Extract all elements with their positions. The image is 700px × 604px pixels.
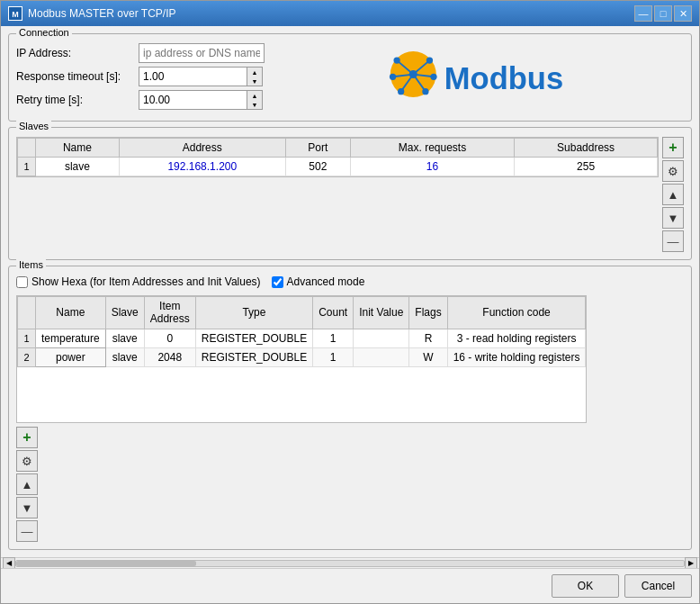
modbus-logo: Modbus [389,43,569,106]
item-address: 2048 [144,347,195,366]
cancel-button[interactable]: Cancel [624,574,692,598]
advanced-mode-checkbox[interactable] [272,276,283,288]
response-spinner: ▲ ▼ [139,67,263,86]
slaves-table-wrapper: Name Address Port Max. requests Subaddre… [16,137,659,177]
slaves-col-port: Port [285,139,350,158]
advanced-mode-row: Advanced mode [272,275,365,288]
items-header-row: Name Slave ItemAddress Type Count Init V… [18,297,586,329]
items-add-button[interactable]: + [16,427,38,448]
close-button[interactable]: ✕ [674,5,692,22]
retry-up-btn[interactable]: ▲ [247,91,262,100]
item-type: REGISTER_DOUBLE [195,329,312,347]
slave-port: 502 [285,158,350,176]
maximize-button[interactable]: □ [654,5,672,22]
items-group: Items Show Hexa (for Item Addresses and … [8,266,692,550]
response-down-btn[interactable]: ▼ [247,77,262,86]
item-name: power [36,347,106,366]
svg-point-15 [390,74,396,80]
slave-name: slave [36,158,120,176]
item-function-code: 16 - write holding registers [447,347,586,366]
table-row[interactable]: 1 temperature slave 0 REGISTER_DOUBLE 1 … [18,329,586,347]
slaves-label: Slaves [16,121,51,131]
item-function-code: 3 - read holding registers [447,329,586,347]
items-label: Items [16,259,46,270]
item-init-value [354,347,409,366]
item-flags: W [409,347,447,366]
horizontal-scrollbar[interactable]: ◀ ▶ [1,557,699,568]
row-num: 1 [18,329,36,347]
connection-label: Connection [16,27,72,38]
items-col-item-address: ItemAddress [144,297,195,329]
slaves-col-subaddress: Subaddress [515,139,658,158]
svg-point-10 [393,57,399,63]
connection-inner: IP Address: Response timeout [s]: ▲ ▼ [16,43,684,113]
svg-point-9 [409,70,417,78]
minimize-button[interactable]: — [634,5,652,22]
item-flags: R [409,329,447,347]
items-col-count: Count [313,297,354,329]
slaves-col-num [18,139,36,158]
slaves-group: Slaves Name Address Port Max. requests S… [8,127,692,260]
svg-point-14 [398,88,404,95]
svg-text:Modbus: Modbus [444,61,563,95]
main-content: Connection IP Address: Response timeout … [1,26,699,557]
slave-max-requests: 16 [350,158,514,176]
slaves-side-buttons: + ⚙ ▲ ▼ — [662,137,684,252]
slaves-remove-button[interactable]: — [662,230,684,252]
ip-row: IP Address: [16,43,265,63]
retry-input[interactable] [139,90,247,110]
items-table-wrapper: Name Slave ItemAddress Type Count Init V… [16,295,587,423]
window-title: Modbus MASTER over TCP/IP [28,7,176,20]
scroll-track[interactable] [15,560,685,567]
table-row[interactable]: 2 power slave 2048 REGISTER_DOUBLE 1 W 1… [18,347,586,366]
scroll-thumb[interactable] [16,561,196,566]
slave-address: 192.168.1.200 [119,158,285,176]
slaves-up-button[interactable]: ▲ [662,184,684,205]
connection-group: Connection IP Address: Response timeout … [8,33,692,122]
slaves-settings-button[interactable]: ⚙ [662,160,684,182]
show-hexa-checkbox[interactable] [16,276,28,288]
items-down-button[interactable]: ▼ [16,497,38,518]
items-remove-button[interactable]: — [16,520,38,542]
slaves-add-button[interactable]: + [662,137,684,158]
ok-button[interactable]: OK [552,574,619,598]
items-col-name: Name [36,297,106,329]
slaves-col-address: Address [119,139,285,158]
connection-fields: IP Address: Response timeout [s]: ▲ ▼ [16,43,265,113]
items-col-type: Type [195,297,312,329]
slaves-down-button[interactable]: ▼ [662,207,684,229]
retry-spinner-btns: ▲ ▼ [247,90,263,110]
retry-spinner: ▲ ▼ [139,90,263,110]
items-side-buttons: + ⚙ ▲ ▼ — [16,427,38,542]
table-row[interactable]: 1 slave 192.168.1.200 502 16 255 [18,158,658,176]
row-num: 1 [18,158,36,176]
slave-subaddress: 255 [515,158,658,176]
svg-point-13 [422,88,428,95]
main-window: M Modbus MASTER over TCP/IP — □ ✕ Connec… [0,0,700,604]
response-input[interactable] [139,67,247,86]
items-settings-button[interactable]: ⚙ [16,450,38,472]
ip-input[interactable] [139,43,265,63]
item-name: temperature [36,329,106,347]
show-hexa-row: Show Hexa (for Item Addresses and Init V… [16,275,261,288]
items-col-function-code: Function code [447,297,586,329]
items-col-num [18,297,36,329]
items-col-init-value: Init Value [354,297,409,329]
items-section-with-buttons: Name Slave ItemAddress Type Count Init V… [16,295,684,542]
items-table: Name Slave ItemAddress Type Count Init V… [17,296,586,367]
item-init-value [354,329,409,347]
item-slave: slave [105,347,144,366]
response-spinner-btns: ▲ ▼ [247,67,263,86]
item-count: 1 [313,329,354,347]
svg-point-12 [430,74,436,80]
show-hexa-label: Show Hexa (for Item Addresses and Init V… [31,275,261,288]
slaves-section-with-buttons: Name Address Port Max. requests Subaddre… [16,137,684,252]
response-up-btn[interactable]: ▲ [247,68,262,77]
slaves-table: Name Address Port Max. requests Subaddre… [17,138,658,176]
title-bar: M Modbus MASTER over TCP/IP — □ ✕ [1,1,699,26]
svg-point-11 [426,57,433,63]
ip-label: IP Address: [16,47,133,59]
items-up-button[interactable]: ▲ [16,473,38,495]
retry-down-btn[interactable]: ▼ [247,100,262,109]
response-label: Response timeout [s]: [16,70,133,83]
